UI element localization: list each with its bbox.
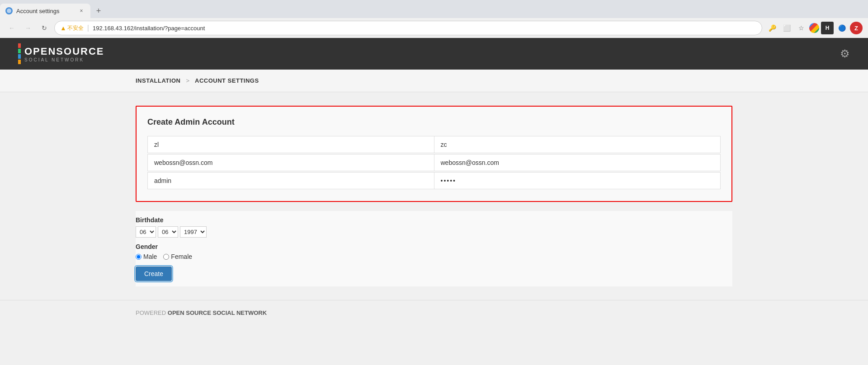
logo-subtitle: SOCIAL NETWORK <box>24 57 104 62</box>
back-button[interactable]: ← <box>5 22 18 34</box>
breadcrumb-separator: > <box>186 77 189 84</box>
form-title: Create Admin Account <box>147 117 721 127</box>
birthdate-label: Birthdate <box>136 216 732 224</box>
gender-female-label: Female <box>171 253 192 260</box>
ext-google-icon[interactable] <box>809 23 819 33</box>
breadcrumb-account-settings: ACCOUNT SETTINGS <box>195 77 259 84</box>
main-content: Create Admin Account Birthdate 0 <box>0 92 868 300</box>
birthdate-month-select[interactable]: 06 010203 0405 070809 101112 <box>136 226 156 238</box>
gender-label: Gender <box>136 243 732 250</box>
email-row <box>147 154 721 171</box>
top-navigation: OPENSOURCE SOCIAL NETWORK ⚙ <box>0 38 868 70</box>
footer: POWERED OPEN SOURCE SOCIAL NETWORK <box>0 300 868 325</box>
new-tab-button[interactable]: + <box>92 5 105 17</box>
logo-area: OPENSOURCE SOCIAL NETWORK <box>18 43 104 64</box>
last-name-input[interactable] <box>434 136 721 153</box>
key-icon[interactable]: 🔑 <box>766 22 778 34</box>
breadcrumb-bar: INSTALLATION > ACCOUNT SETTINGS <box>0 70 868 92</box>
password-input[interactable] <box>434 172 721 189</box>
svg-point-0 <box>7 9 11 13</box>
birthdate-year-select[interactable]: 1997 19901991 19921993 19941995 1996 199… <box>180 226 207 238</box>
gender-female-option[interactable]: Female <box>163 253 192 260</box>
address-bar[interactable]: ▲ 不安全 | 192.168.43.162/installation/?pag… <box>54 21 762 35</box>
profile-avatar[interactable]: Z <box>850 22 863 34</box>
page-body: OPENSOURCE SOCIAL NETWORK ⚙ INSTALLATION… <box>0 38 868 365</box>
gender-male-radio[interactable] <box>136 254 142 260</box>
tab-title: Account settings <box>16 8 74 14</box>
security-label: 不安全 <box>67 24 84 32</box>
address-bar-row: ← → ↻ ▲ 不安全 | 192.168.43.162/installatio… <box>0 18 868 38</box>
tab-favicon <box>5 7 13 14</box>
name-row <box>147 136 721 153</box>
email-input[interactable] <box>147 154 434 171</box>
username-input[interactable] <box>147 172 434 189</box>
tab-bar: Account settings × + <box>0 0 868 18</box>
footer-prefix: POWERED <box>136 309 166 316</box>
warning-icon: ▲ <box>60 24 66 32</box>
birthdate-row: 06 010203 0405 070809 101112 06 010203 0… <box>136 226 732 238</box>
logo-bar-green <box>18 49 21 53</box>
ext-arrow-icon[interactable]: 🔵 <box>835 22 848 34</box>
credentials-row <box>147 172 721 189</box>
gender-male-label: Male <box>143 253 157 260</box>
bookmark-icon[interactable]: ☆ <box>795 22 807 34</box>
logo-color-bar <box>18 43 21 64</box>
gender-row: Male Female <box>136 253 732 260</box>
url-text: 192.168.43.162/installation/?page=accoun… <box>93 25 756 32</box>
browser-chrome: Account settings × + ← → ↻ ▲ 不安全 | 192.1… <box>0 0 868 38</box>
tab-close-button[interactable]: × <box>78 7 85 14</box>
logo-title: OPENSOURCE <box>24 46 104 57</box>
forward-button[interactable]: → <box>22 22 34 34</box>
ext-h-icon[interactable]: H <box>821 22 834 34</box>
reload-button[interactable]: ↻ <box>38 22 51 34</box>
extra-fields: Birthdate 06 010203 0405 070809 101112 0… <box>136 211 732 286</box>
first-name-input[interactable] <box>147 136 434 153</box>
logo-bar-red <box>18 43 21 48</box>
active-tab[interactable]: Account settings × <box>0 4 90 18</box>
breadcrumb-installation[interactable]: INSTALLATION <box>136 77 180 84</box>
gender-female-radio[interactable] <box>163 254 169 260</box>
create-button[interactable]: Create <box>136 267 172 281</box>
logo-bar-yellow <box>18 60 21 64</box>
url-separator: | <box>87 24 89 32</box>
email-confirm-input[interactable] <box>434 154 721 171</box>
footer-bold: OPEN SOURCE SOCIAL NETWORK <box>168 309 267 316</box>
settings-icon[interactable]: ⚙ <box>840 47 850 60</box>
security-warning: ▲ 不安全 <box>60 24 84 32</box>
logo-text: OPENSOURCE SOCIAL NETWORK <box>24 46 104 62</box>
create-admin-card: Create Admin Account <box>136 106 732 202</box>
translate-icon[interactable]: ⬜ <box>780 22 793 34</box>
gender-male-option[interactable]: Male <box>136 253 157 260</box>
browser-actions: 🔑 ⬜ ☆ H 🔵 Z <box>766 22 863 34</box>
logo-bar-blue <box>18 54 21 59</box>
birthdate-day-select[interactable]: 06 010203 0405 070809 1011 <box>158 226 178 238</box>
